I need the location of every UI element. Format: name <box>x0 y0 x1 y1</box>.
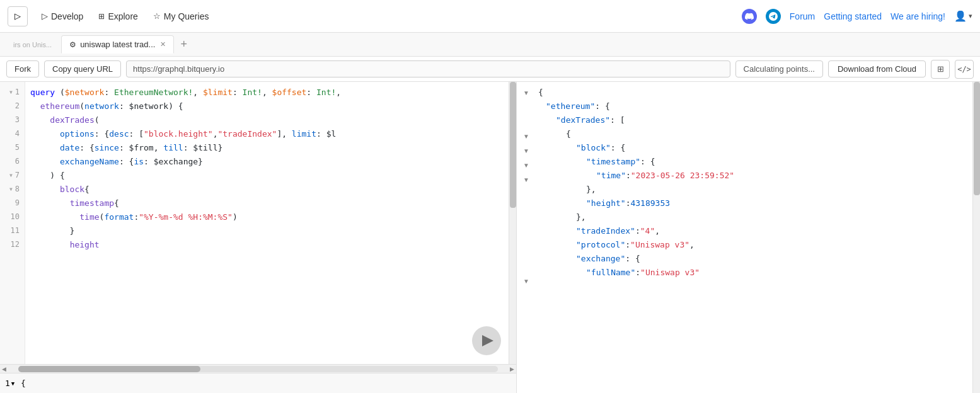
result-vscrollbar[interactable] <box>972 82 980 393</box>
result-line-6: "timestamp": { <box>536 155 980 169</box>
line-numbers: ▼1 2 3 4 5 6 ▼7 ▼8 9 10 11 12 <box>0 82 25 364</box>
fork-button[interactable]: Fork <box>6 60 39 77</box>
nav-getting-started-link[interactable]: Getting started <box>824 11 882 21</box>
tab-close-button[interactable]: ✕ <box>160 40 166 48</box>
telegram-icon <box>769 12 778 21</box>
hscroll-left-arrow[interactable]: ◀ <box>0 366 8 372</box>
ln-7: ▼7 <box>0 169 25 183</box>
tab-prev[interactable]: irs on Unis... <box>5 37 60 53</box>
nav-explore[interactable]: ⊞ Explore <box>92 8 144 25</box>
ln-9: 9 <box>0 196 25 210</box>
hscroll-track <box>18 366 498 372</box>
code-line-10: time ( format : "%Y-%m-%d %H:%M:%S" ) <box>30 210 511 224</box>
nav-forum-link[interactable]: Forum <box>790 11 815 21</box>
code-line-3: dexTrades ( <box>30 113 511 127</box>
table-icon: ⊞ <box>937 64 944 74</box>
result-line-1: { <box>536 86 980 100</box>
prev-tab-label: irs on Unis... <box>13 41 52 48</box>
nav-hiring-link[interactable]: We are hiring! <box>891 11 945 21</box>
discord-button[interactable] <box>742 9 757 24</box>
editor-panel: ▼1 2 3 4 5 6 ▼7 ▼8 9 10 11 12 query <box>0 82 517 393</box>
result-collapse-arrows: ▼ ▼ ▼ ▼ ▼ ▼ <box>517 82 536 393</box>
code-lines: query ( $network : EthereumNetwork! , $l… <box>25 82 516 364</box>
nav-develop[interactable]: ▷ Develop <box>35 8 89 25</box>
result-line-2: "ethereum": { <box>536 100 980 113</box>
code-line-9: timestamp { <box>30 196 511 210</box>
result-content-area: ▼ ▼ ▼ ▼ ▼ ▼ { "ethereum": { "dexTr <box>517 82 980 393</box>
code-line-2: ethereum ( network : $network) { <box>30 100 511 113</box>
result-panel: ▼ ▼ ▼ ▼ ▼ ▼ { "ethereum": { "dexTr <box>517 82 980 393</box>
tab-active[interactable]: ⚙ uniswap latest trad... ✕ <box>61 35 174 54</box>
toolbar: Fork Copy query URL Calculating points..… <box>0 57 980 82</box>
editor-content[interactable]: ▼1 2 3 4 5 6 ▼7 ▼8 9 10 11 12 query <box>0 82 516 364</box>
develop-icon: ▷ <box>42 11 48 21</box>
collapse-arrow-4[interactable]: ▼ <box>523 158 529 172</box>
user-icon: 👤 <box>954 10 967 22</box>
bottom-open-brace: { <box>16 379 26 388</box>
editor-vscrollbar[interactable] <box>509 82 516 364</box>
ln-1: ▼1 <box>0 86 25 100</box>
result-line-4: { <box>536 127 980 141</box>
bottom-line-number: 1 <box>5 379 10 388</box>
star-icon: ☆ <box>153 11 161 21</box>
editor-hscrollbar[interactable]: ◀ ▶ <box>0 364 516 373</box>
code-line-7: ) { <box>30 169 511 183</box>
result-line-5: "block": { <box>536 141 980 155</box>
copy-url-button[interactable]: Copy query URL <box>44 60 121 77</box>
code-line-8: block { <box>30 183 511 196</box>
ln-11: 11 <box>0 224 25 238</box>
ln-2: 2 <box>0 100 25 113</box>
collapse-arrow-2[interactable]: ▼ <box>523 129 529 143</box>
explore-icon: ⊞ <box>98 12 105 21</box>
collapse-arrow-5[interactable]: ▼ <box>523 173 529 186</box>
tab-active-icon: ⚙ <box>69 40 76 49</box>
collapse-arrow-6[interactable]: ▼ <box>523 274 529 288</box>
code-line-4: options : { desc : [ "block.height" , "t… <box>30 127 511 141</box>
url-input[interactable] <box>126 60 730 77</box>
editor-vscrollbar-thumb <box>510 82 516 208</box>
download-cloud-button[interactable]: Download from Cloud <box>828 60 926 77</box>
calculating-points: Calculating points... <box>735 60 823 77</box>
hscroll-right-arrow[interactable]: ▶ <box>508 366 516 372</box>
result-line-14: "fullName": "Uniswap v3" <box>536 266 980 280</box>
run-button[interactable] <box>472 326 501 355</box>
table-view-button[interactable]: ⊞ <box>931 60 950 79</box>
main-area: ▼1 2 3 4 5 6 ▼7 ▼8 9 10 11 12 query <box>0 82 980 393</box>
user-dropdown-arrow: ▾ <box>969 12 972 20</box>
tab-add-button[interactable]: + <box>175 35 192 54</box>
nav-explore-label: Explore <box>108 11 137 21</box>
code-view-button[interactable]: </> <box>955 60 974 79</box>
user-menu[interactable]: 👤 ▾ <box>954 10 972 22</box>
result-line-8: }, <box>536 183 980 196</box>
run-icon <box>482 335 493 346</box>
hscroll-thumb <box>18 366 200 372</box>
code-editor: ▼1 2 3 4 5 6 ▼7 ▼8 9 10 11 12 query <box>0 82 516 364</box>
tabs-bar: irs on Unis... ⚙ uniswap latest trad... … <box>0 33 980 57</box>
code-line-6: exchangeName : { is : $exchange} <box>30 155 511 169</box>
collapse-arrow-1[interactable]: ▼ <box>523 86 529 100</box>
ln-8: ▼8 <box>0 183 25 196</box>
telegram-button[interactable] <box>766 9 781 24</box>
result-line-12: "protocol": "Uniswap v3", <box>536 238 980 252</box>
code-line-5: date : { since : $from, till : $till} <box>30 141 511 155</box>
code-line-12: height <box>30 238 511 252</box>
result-line-13: "exchange": { <box>536 252 980 266</box>
collapse-arrow-3[interactable]: ▼ <box>523 144 529 157</box>
result-line-3: "dexTrades": [ <box>536 113 980 127</box>
editor-bottom-bar: 1 ▼ { <box>0 373 516 393</box>
top-navigation: ▷ ▷ Develop ⊞ Explore ☆ My Queries Forum… <box>0 0 980 33</box>
nav-my-queries[interactable]: ☆ My Queries <box>147 8 216 25</box>
ln-3: 3 <box>0 113 25 127</box>
ln-6: 6 <box>0 155 25 169</box>
tab-active-label: uniswap latest trad... <box>80 40 155 49</box>
logo-button[interactable]: ▷ <box>8 6 28 26</box>
code-line-1: query ( $network : EthereumNetwork! , $l… <box>30 86 511 100</box>
ln-5: 5 <box>0 141 25 155</box>
result-line-10: }, <box>536 210 980 224</box>
result-line-7: "time": "2023-05-26 23:59:52" <box>536 169 980 183</box>
logo-icon: ▷ <box>14 11 21 21</box>
discord-icon <box>745 12 754 21</box>
nav-right-items: Forum Getting started We are hiring! 👤 ▾ <box>742 9 972 24</box>
result-line-11: "tradeIndex": "4", <box>536 224 980 238</box>
ln-4: 4 <box>0 127 25 141</box>
